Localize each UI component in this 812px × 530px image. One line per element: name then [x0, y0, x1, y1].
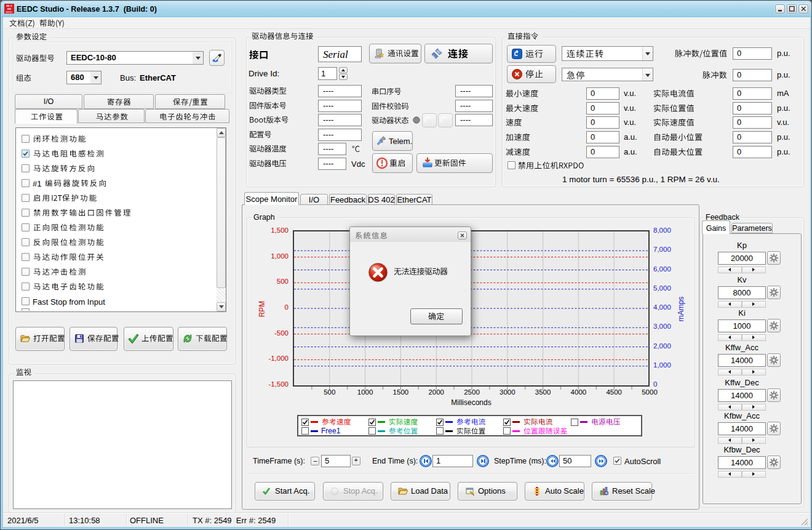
svg-text:NIDEC: NIDEC: [6, 11, 13, 14]
